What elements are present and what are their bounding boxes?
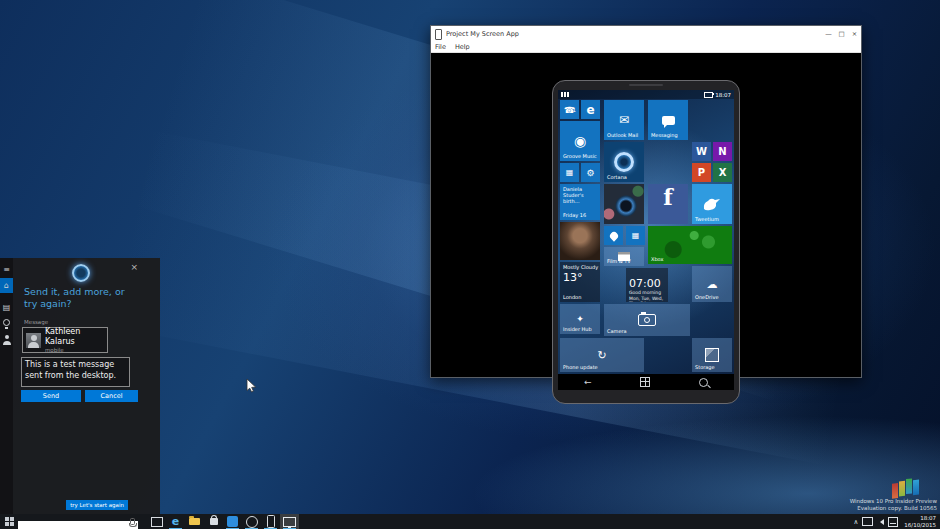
maximize-button[interactable]: □ [835,26,848,42]
window-titlebar[interactable]: Project My Screen App — □ × [431,26,861,42]
t-big: 07:00 [629,277,661,290]
phone-status-bar: 18:07 [558,90,734,99]
t-label: Cortana [607,174,627,180]
tile-onenote[interactable]: N [713,142,732,161]
tile-maps[interactable] [604,226,623,245]
tile-camera[interactable]: Camera [604,304,690,336]
app-blue-taskbar-button[interactable] [223,514,242,529]
tray-clock[interactable]: 18:07 16/10/2015 [902,515,936,528]
desktop-root: Project My Screen App — □ × FileHelp 1 [0,0,940,529]
taskbar-search [18,515,138,528]
t-title: Mostly Cloudy [563,264,598,270]
contact-type: mobile [45,347,104,353]
tile-facebook[interactable]: f [648,184,688,224]
tile-word[interactable]: W [692,142,711,161]
tile-insider-hub[interactable]: ✦Insider Hub [560,304,600,334]
t-footer: Friday 16 [563,212,586,218]
minimize-button[interactable]: — [822,26,835,42]
task-view-icon [151,517,163,527]
tile-photos-collage[interactable] [604,184,644,224]
system-tray: ∧ 18:07 16/10/2015 [854,514,940,529]
tile-phone[interactable]: ☎1 [560,100,579,119]
project-my-screen-window: Project My Screen App — □ × FileHelp 1 [430,25,862,378]
reminders-icon[interactable] [0,317,13,331]
feedback-icon[interactable] [0,333,13,347]
app-round-icon [246,516,258,528]
file-explorer-taskbar-button[interactable] [185,514,204,529]
t-label: Tweetium [695,216,719,222]
t-label: Storage [695,364,715,370]
microphone-icon[interactable] [130,518,135,525]
notebook-icon[interactable]: ▤ [0,300,13,314]
nav-back-icon[interactable]: ← [584,377,592,387]
tile-cortana[interactable]: Cortana [604,142,644,182]
tile-photos-small-2[interactable]: ▦ [626,226,645,245]
close-button[interactable]: × [848,26,861,42]
tile-groove-music[interactable]: ◉Groove Music [560,121,600,161]
tile-photos-small[interactable]: ▦ [560,163,579,182]
word-letter-icon: W [692,142,711,161]
suggestion-chip[interactable]: try Let's start again [66,500,128,510]
menu-help[interactable]: Help [455,43,470,51]
action-center-icon[interactable] [888,517,898,527]
cortana-rail: ≡⌂▤ [0,258,13,514]
edge-taskbar-button[interactable]: e [166,514,185,529]
tile-weather[interactable]: 13°Mostly CloudyLondon [560,262,600,302]
hamburger-menu-icon[interactable]: ≡ [0,262,13,276]
tile-messaging[interactable]: Messaging [648,100,688,140]
tile-film-tv[interactable]: Film & TV [604,247,644,266]
tray-chevron-icon[interactable]: ∧ [854,518,859,526]
tile-storage[interactable]: Storage [692,338,732,372]
t-label: OneDrive [695,294,719,300]
tile-onedrive[interactable]: ☁OneDrive [692,266,732,302]
tile-edge[interactable]: e [581,100,600,119]
cortana-panel: ≡⌂▤ × Send it, add more, or try again? M… [0,258,160,514]
tile-excel[interactable]: X [713,163,732,182]
insider-flag-logo [892,477,922,500]
menu-file[interactable]: File [435,43,446,51]
tile-outlook-mail[interactable]: ✉Outlook Mail [604,100,644,140]
t-title: Daniela Studer's birth... [563,186,598,204]
tile-powerpoint[interactable]: P [692,163,711,182]
tile-photos-face[interactable] [560,222,600,260]
window-menubar: FileHelp [431,42,861,53]
tile-alarms[interactable]: 07:00Good morning Mon, Tue, Wed, Thu, Fr… [626,268,668,302]
image-icon: ▦ [626,226,645,245]
t-label: Groove Music [563,153,597,159]
tile-xbox[interactable]: Xbox [648,226,732,264]
volume-icon[interactable] [877,519,884,525]
start-button[interactable] [0,514,18,529]
phone-companion-icon [267,515,275,528]
onenote-letter-icon: N [713,142,732,161]
tray-time: 18:07 [920,515,936,522]
store-taskbar-button[interactable] [204,514,223,529]
image-icon: ▦ [560,163,579,182]
badge: 1 [572,106,576,113]
search-input[interactable] [18,521,138,529]
cancel-button[interactable]: Cancel [85,390,138,402]
tile-calendar[interactable]: Daniela Studer's birth...Friday 16 [560,184,600,220]
watermark-line2: Evaluation copy. Build 10565 [850,505,937,512]
tile-settings[interactable]: ⚙ [581,163,600,182]
app-round-taskbar-button[interactable] [242,514,261,529]
network-icon[interactable] [862,517,873,526]
tile-phone-update[interactable]: ↻Phone update [560,338,644,372]
project-my-screen-taskbar-button[interactable] [280,514,299,529]
nav-start-icon[interactable] [640,377,650,387]
tile-tweetium[interactable]: Tweetium [692,184,732,224]
phone-screen[interactable]: 18:07 ☎1e✉Outlook MailMessaging◉Groove M… [558,90,734,390]
close-icon[interactable]: × [130,262,138,272]
phone-companion-taskbar-button[interactable] [261,514,280,529]
send-button[interactable]: Send [21,390,81,402]
taskbar: e ∧ 18:07 16/10/2015 [0,514,940,529]
contact-avatar [26,333,41,348]
message-text-field[interactable]: This is a test message sent from the des… [21,357,130,387]
contact-card[interactable]: Kathleen Kalarus mobile [22,327,108,353]
home-icon[interactable]: ⌂ [0,278,13,293]
cortana-ring-icon [614,152,634,172]
task-view-taskbar-button[interactable] [147,514,166,529]
nav-search-icon[interactable] [699,378,708,387]
powerpoint-letter-icon: P [692,163,711,182]
facebook-f-icon: f [648,184,688,224]
edge-e-icon: e [581,100,600,119]
